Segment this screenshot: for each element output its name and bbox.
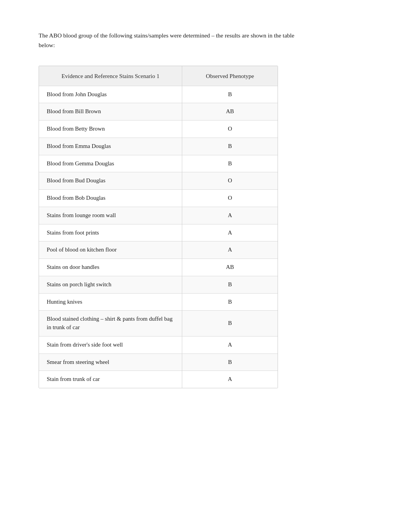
col-header-stain: Evidence and Reference Stains Scenario 1 [39, 66, 182, 86]
phenotype-cell: B [182, 354, 278, 371]
stain-cell: Stains from foot prints [39, 224, 182, 241]
stain-cell: Blood from Betty Brown [39, 121, 182, 138]
stain-cell: Blood from Bill Brown [39, 103, 182, 121]
stain-cell: Blood from Emma Douglas [39, 138, 182, 155]
phenotype-cell: O [182, 121, 278, 138]
data-table-wrapper: Evidence and Reference Stains Scenario 1… [39, 66, 278, 389]
table-row: Stains on door handlesAB [39, 259, 278, 276]
table-row: Blood from Bill BrownAB [39, 103, 278, 121]
table-row: Blood from Betty BrownO [39, 121, 278, 138]
table-row: Stains on porch light switchB [39, 276, 278, 293]
table-row: Stain from driver's side foot wellA [39, 336, 278, 354]
col-header-phenotype: Observed Phenotype [182, 66, 278, 86]
evidence-table: Evidence and Reference Stains Scenario 1… [39, 66, 278, 388]
phenotype-cell: B [182, 86, 278, 103]
phenotype-cell: O [182, 172, 278, 190]
phenotype-cell: AB [182, 103, 278, 121]
phenotype-cell: O [182, 190, 278, 207]
table-row: Stain from trunk of carA [39, 371, 278, 388]
table-row: Smear from steering wheelB [39, 354, 278, 371]
table-row: Pool of blood on kitchen floorA [39, 241, 278, 259]
phenotype-cell: B [182, 138, 278, 155]
stain-cell: Stains on porch light switch [39, 276, 182, 293]
stain-cell: Stain from trunk of car [39, 371, 182, 388]
stain-cell: Blood from John Douglas [39, 86, 182, 103]
phenotype-cell: B [182, 311, 278, 337]
stain-cell: Blood from Gemma Douglas [39, 155, 182, 172]
phenotype-cell: A [182, 241, 278, 259]
table-row: Blood from Gemma DouglasB [39, 155, 278, 172]
intro-paragraph: The ABO blood group of the following sta… [39, 31, 301, 50]
phenotype-cell: AB [182, 259, 278, 276]
phenotype-cell: B [182, 155, 278, 172]
phenotype-cell: A [182, 224, 278, 241]
phenotype-cell: B [182, 276, 278, 293]
stain-cell: Stains on door handles [39, 259, 182, 276]
table-row: Blood from Bob DouglasO [39, 190, 278, 207]
stain-cell: Stains from lounge room wall [39, 207, 182, 224]
table-row: Stains from foot printsA [39, 224, 278, 241]
table-row: Hunting knivesB [39, 293, 278, 311]
table-header-row: Evidence and Reference Stains Scenario 1… [39, 66, 278, 86]
phenotype-cell: B [182, 293, 278, 311]
phenotype-cell: A [182, 371, 278, 388]
phenotype-cell: A [182, 336, 278, 354]
table-row: Blood from Emma DouglasB [39, 138, 278, 155]
table-row: Stains from lounge room wallA [39, 207, 278, 224]
table-row: Blood from Bud DouglasO [39, 172, 278, 190]
phenotype-cell: A [182, 207, 278, 224]
table-row: Blood stained clothing – shirt & pants f… [39, 311, 278, 337]
stain-cell: Blood from Bob Douglas [39, 190, 182, 207]
stain-cell: Pool of blood on kitchen floor [39, 241, 182, 259]
stain-cell: Smear from steering wheel [39, 354, 182, 371]
stain-cell: Hunting knives [39, 293, 182, 311]
stain-cell: Stain from driver's side foot well [39, 336, 182, 354]
stain-cell: Blood stained clothing – shirt & pants f… [39, 311, 182, 337]
stain-cell: Blood from Bud Douglas [39, 172, 182, 190]
table-row: Blood from John DouglasB [39, 86, 278, 103]
